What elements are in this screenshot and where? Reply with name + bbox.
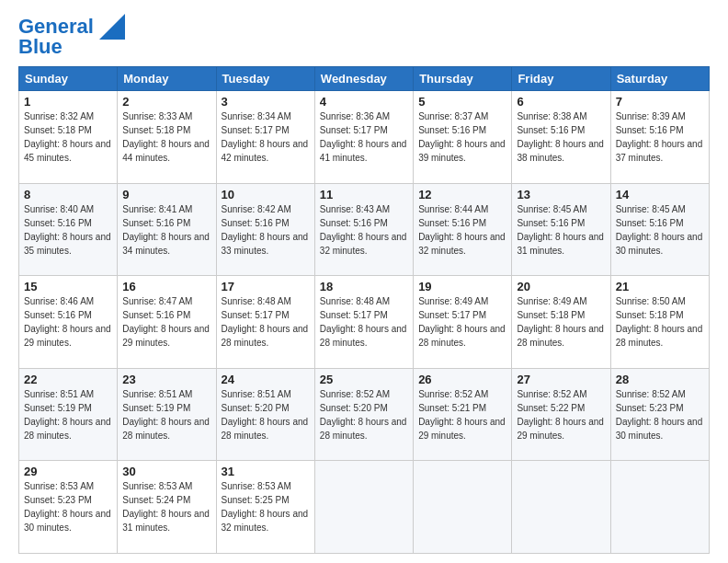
weekday-header: Monday xyxy=(118,67,216,91)
day-info: Sunrise: 8:48 AMSunset: 5:17 PMDaylight:… xyxy=(222,296,309,348)
calendar-day-cell: 13Sunrise: 8:45 AMSunset: 5:16 PMDayligh… xyxy=(512,183,610,276)
weekday-header: Sunday xyxy=(19,67,118,91)
day-number: 24 xyxy=(222,373,310,386)
day-info: Sunrise: 8:49 AMSunset: 5:18 PMDaylight:… xyxy=(517,296,604,348)
day-number: 28 xyxy=(616,373,704,386)
calendar-day-cell: 28Sunrise: 8:52 AMSunset: 5:23 PMDayligh… xyxy=(610,368,709,461)
day-info: Sunrise: 8:51 AMSunset: 5:20 PMDaylight:… xyxy=(222,389,309,441)
day-info: Sunrise: 8:52 AMSunset: 5:23 PMDaylight:… xyxy=(616,389,703,441)
calendar-week-row: 15Sunrise: 8:46 AMSunset: 5:16 PMDayligh… xyxy=(19,276,710,369)
calendar-day-cell: 31Sunrise: 8:53 AMSunset: 5:25 PMDayligh… xyxy=(216,461,314,554)
calendar-day-cell: 23Sunrise: 8:51 AMSunset: 5:19 PMDayligh… xyxy=(118,368,216,461)
calendar-day-cell: 10Sunrise: 8:42 AMSunset: 5:16 PMDayligh… xyxy=(216,183,314,276)
calendar-day-cell: 2Sunrise: 8:33 AMSunset: 5:18 PMDaylight… xyxy=(118,91,216,184)
day-number: 9 xyxy=(122,188,210,201)
day-number: 10 xyxy=(222,188,310,201)
calendar-week-row: 22Sunrise: 8:51 AMSunset: 5:19 PMDayligh… xyxy=(19,368,710,461)
day-number: 20 xyxy=(517,280,605,293)
day-info: Sunrise: 8:49 AMSunset: 5:17 PMDaylight:… xyxy=(418,296,506,348)
day-number: 26 xyxy=(418,373,506,386)
day-info: Sunrise: 8:47 AMSunset: 5:16 PMDaylight:… xyxy=(122,296,210,348)
calendar-day-cell: 19Sunrise: 8:49 AMSunset: 5:17 PMDayligh… xyxy=(414,276,512,369)
calendar-week-row: 1Sunrise: 8:32 AMSunset: 5:18 PMDaylight… xyxy=(19,91,710,184)
calendar-day-cell: 27Sunrise: 8:52 AMSunset: 5:22 PMDayligh… xyxy=(512,368,610,461)
day-info: Sunrise: 8:37 AMSunset: 5:16 PMDaylight:… xyxy=(418,111,506,163)
calendar-day-cell: 17Sunrise: 8:48 AMSunset: 5:17 PMDayligh… xyxy=(216,276,314,369)
day-number: 1 xyxy=(24,95,112,109)
day-info: Sunrise: 8:51 AMSunset: 5:19 PMDaylight:… xyxy=(122,389,210,441)
calendar-day-cell: 11Sunrise: 8:43 AMSunset: 5:16 PMDayligh… xyxy=(314,183,413,276)
weekday-header: Saturday xyxy=(610,67,709,91)
calendar-header-row: SundayMondayTuesdayWednesdayThursdayFrid… xyxy=(19,67,710,91)
calendar-day-cell xyxy=(414,461,512,554)
day-number: 30 xyxy=(122,465,210,478)
day-info: Sunrise: 8:53 AMSunset: 5:23 PMDaylight:… xyxy=(24,481,111,533)
weekday-header: Friday xyxy=(512,67,610,91)
day-number: 6 xyxy=(517,95,605,109)
day-info: Sunrise: 8:33 AMSunset: 5:18 PMDaylight:… xyxy=(122,111,210,163)
day-info: Sunrise: 8:39 AMSunset: 5:16 PMDaylight:… xyxy=(616,111,703,163)
calendar-day-cell xyxy=(314,461,413,554)
day-number: 18 xyxy=(320,280,408,293)
calendar-day-cell xyxy=(610,461,709,554)
day-number: 5 xyxy=(418,95,506,109)
calendar-day-cell: 25Sunrise: 8:52 AMSunset: 5:20 PMDayligh… xyxy=(314,368,413,461)
day-info: Sunrise: 8:46 AMSunset: 5:16 PMDaylight:… xyxy=(24,296,111,348)
day-number: 13 xyxy=(517,188,605,201)
day-info: Sunrise: 8:34 AMSunset: 5:17 PMDaylight:… xyxy=(222,111,309,163)
weekday-header: Tuesday xyxy=(216,67,314,91)
day-number: 14 xyxy=(616,188,704,201)
day-info: Sunrise: 8:45 AMSunset: 5:16 PMDaylight:… xyxy=(616,204,703,256)
day-number: 11 xyxy=(320,188,408,201)
calendar-day-cell: 21Sunrise: 8:50 AMSunset: 5:18 PMDayligh… xyxy=(610,276,709,369)
calendar-week-row: 8Sunrise: 8:40 AMSunset: 5:16 PMDaylight… xyxy=(19,183,710,276)
day-number: 29 xyxy=(24,465,112,478)
day-info: Sunrise: 8:51 AMSunset: 5:19 PMDaylight:… xyxy=(24,389,111,441)
day-info: Sunrise: 8:52 AMSunset: 5:21 PMDaylight:… xyxy=(418,389,506,441)
day-number: 2 xyxy=(122,95,210,109)
day-info: Sunrise: 8:44 AMSunset: 5:16 PMDaylight:… xyxy=(418,204,506,256)
svg-marker-0 xyxy=(99,14,125,40)
logo-text: General Blue xyxy=(18,17,94,57)
logo-icon xyxy=(99,14,125,40)
calendar-day-cell: 18Sunrise: 8:48 AMSunset: 5:17 PMDayligh… xyxy=(314,276,413,369)
page: General Blue SundayMondayTuesdayWednesda… xyxy=(0,0,728,563)
weekday-header: Wednesday xyxy=(314,67,413,91)
calendar-day-cell: 26Sunrise: 8:52 AMSunset: 5:21 PMDayligh… xyxy=(414,368,512,461)
calendar-day-cell: 6Sunrise: 8:38 AMSunset: 5:16 PMDaylight… xyxy=(512,91,610,184)
day-info: Sunrise: 8:52 AMSunset: 5:22 PMDaylight:… xyxy=(517,389,604,441)
day-number: 12 xyxy=(418,188,506,201)
day-number: 4 xyxy=(320,95,408,109)
day-number: 21 xyxy=(616,280,704,293)
weekday-header: Thursday xyxy=(414,67,512,91)
calendar-day-cell: 5Sunrise: 8:37 AMSunset: 5:16 PMDaylight… xyxy=(414,91,512,184)
day-number: 15 xyxy=(24,280,112,293)
day-info: Sunrise: 8:36 AMSunset: 5:17 PMDaylight:… xyxy=(320,111,407,163)
day-number: 7 xyxy=(616,95,704,109)
day-number: 17 xyxy=(222,280,310,293)
calendar-day-cell: 20Sunrise: 8:49 AMSunset: 5:18 PMDayligh… xyxy=(512,276,610,369)
day-number: 23 xyxy=(122,373,210,386)
day-info: Sunrise: 8:43 AMSunset: 5:16 PMDaylight:… xyxy=(320,204,407,256)
day-number: 8 xyxy=(24,188,112,201)
calendar-day-cell: 24Sunrise: 8:51 AMSunset: 5:20 PMDayligh… xyxy=(216,368,314,461)
day-number: 19 xyxy=(418,280,506,293)
calendar-day-cell: 8Sunrise: 8:40 AMSunset: 5:16 PMDaylight… xyxy=(19,183,118,276)
day-info: Sunrise: 8:40 AMSunset: 5:16 PMDaylight:… xyxy=(24,204,111,256)
calendar-day-cell: 29Sunrise: 8:53 AMSunset: 5:23 PMDayligh… xyxy=(19,461,118,554)
calendar-day-cell: 1Sunrise: 8:32 AMSunset: 5:18 PMDaylight… xyxy=(19,91,118,184)
calendar-day-cell: 14Sunrise: 8:45 AMSunset: 5:16 PMDayligh… xyxy=(610,183,709,276)
calendar-day-cell: 4Sunrise: 8:36 AMSunset: 5:17 PMDaylight… xyxy=(314,91,413,184)
day-number: 31 xyxy=(222,465,310,478)
calendar-day-cell: 3Sunrise: 8:34 AMSunset: 5:17 PMDaylight… xyxy=(216,91,314,184)
calendar-table: SundayMondayTuesdayWednesdayThursdayFrid… xyxy=(18,66,710,554)
day-info: Sunrise: 8:42 AMSunset: 5:16 PMDaylight:… xyxy=(222,204,309,256)
calendar-day-cell xyxy=(512,461,610,554)
calendar-week-row: 29Sunrise: 8:53 AMSunset: 5:23 PMDayligh… xyxy=(19,461,710,554)
calendar-day-cell: 30Sunrise: 8:53 AMSunset: 5:24 PMDayligh… xyxy=(118,461,216,554)
header: General Blue xyxy=(18,17,710,57)
day-info: Sunrise: 8:50 AMSunset: 5:18 PMDaylight:… xyxy=(616,296,703,348)
day-number: 27 xyxy=(517,373,605,386)
calendar-day-cell: 22Sunrise: 8:51 AMSunset: 5:19 PMDayligh… xyxy=(19,368,118,461)
logo-blue: Blue xyxy=(18,35,63,58)
